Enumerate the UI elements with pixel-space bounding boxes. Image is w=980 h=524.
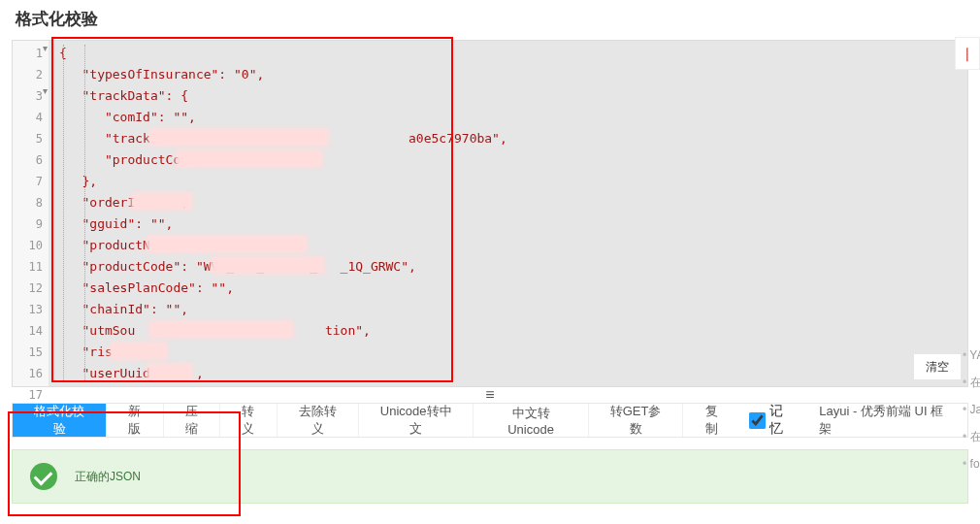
result-panel: 正确的JSON bbox=[12, 449, 968, 504]
line-number: 1 bbox=[13, 43, 43, 64]
side-item-4[interactable]: fo bbox=[963, 450, 980, 477]
toolbar-button-0[interactable]: 格式化校验 bbox=[13, 404, 107, 437]
line-number: 11 bbox=[13, 256, 43, 278]
side-item-3[interactable]: 在 bbox=[963, 423, 980, 450]
line-number: 4 bbox=[13, 107, 43, 128]
code-line: { bbox=[49, 43, 967, 64]
page-title: 格式化校验 bbox=[16, 8, 964, 30]
result-message: 正确的JSON bbox=[75, 469, 141, 485]
toolbar-button-5[interactable]: Unicode转中文 bbox=[359, 404, 474, 437]
layui-link[interactable]: Layui - 优秀前端 UI 框架 bbox=[805, 404, 967, 437]
line-number: 12 bbox=[13, 278, 43, 299]
memory-label: 记忆 bbox=[769, 403, 797, 438]
code-line: "riskCod bbox=[49, 342, 967, 363]
code-line: }, bbox=[49, 171, 967, 192]
code-editor[interactable]: 1234567891011121314151617 { "typesOfInsu… bbox=[12, 40, 968, 387]
side-item-0[interactable]: YA bbox=[963, 342, 980, 369]
side-item-1[interactable]: 在 bbox=[963, 369, 980, 396]
line-number: 13 bbox=[13, 299, 43, 320]
line-number: 17 bbox=[13, 384, 43, 406]
line-number: 10 bbox=[13, 235, 43, 256]
line-number: 2 bbox=[13, 64, 43, 85]
side-panel: ❘ YA在Ja在fo bbox=[955, 37, 980, 477]
line-number: 9 bbox=[13, 213, 43, 235]
code-line: "productCode": "WVB_ _ _ _1Q_GRWC", bbox=[49, 256, 967, 278]
line-number: 7 bbox=[13, 171, 43, 192]
code-line: "salesPlanCode": "", bbox=[49, 278, 967, 299]
checkmark-icon bbox=[30, 463, 57, 490]
line-number: 15 bbox=[13, 342, 43, 363]
toolbar: 格式化校验新版压缩转义去除转义Unicode转中文中文转Unicode转GET参… bbox=[12, 403, 968, 438]
fold-icon[interactable]: ▾ bbox=[40, 85, 49, 96]
line-number: 16 bbox=[13, 363, 43, 384]
line-number: 14 bbox=[13, 320, 43, 342]
line-number: 8 bbox=[13, 192, 43, 213]
code-line: "trackData": { bbox=[49, 85, 967, 107]
side-top-button[interactable]: ❘ bbox=[955, 37, 980, 70]
code-line: "chainId": "", bbox=[49, 299, 967, 320]
line-number: 3 bbox=[13, 85, 43, 107]
fold-icon[interactable]: ▾ bbox=[40, 43, 49, 53]
toolbar-button-8[interactable]: 复制 bbox=[683, 404, 739, 437]
toolbar-button-3[interactable]: 转义 bbox=[220, 404, 278, 437]
line-number: 5 bbox=[13, 128, 43, 149]
toolbar-button-2[interactable]: 压缩 bbox=[164, 404, 221, 437]
resize-handle[interactable]: ≡ bbox=[12, 387, 968, 403]
toolbar-button-1[interactable]: 新版 bbox=[107, 404, 164, 437]
code-line: "gguid": "", bbox=[49, 213, 967, 235]
memory-checkbox[interactable] bbox=[749, 412, 766, 429]
toolbar-button-4[interactable]: 去除转义 bbox=[278, 404, 359, 437]
toolbar-button-6[interactable]: 中文转Unicode bbox=[474, 404, 588, 437]
code-line: "typesOfInsurance": "0", bbox=[49, 64, 967, 85]
memory-toggle[interactable]: 记忆 bbox=[739, 404, 805, 437]
code-line: "comId": "", bbox=[49, 107, 967, 128]
side-item-2[interactable]: Ja bbox=[963, 396, 980, 423]
toolbar-button-7[interactable]: 转GET参数 bbox=[589, 404, 684, 437]
line-number: 6 bbox=[13, 149, 43, 171]
code-line bbox=[49, 384, 967, 386]
